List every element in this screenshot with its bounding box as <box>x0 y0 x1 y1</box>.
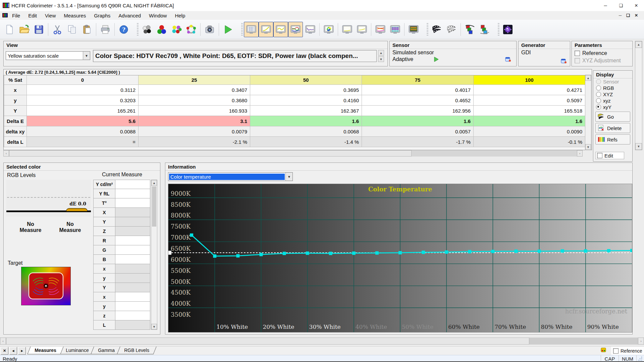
table-cell[interactable]: 5.6 <box>27 116 139 126</box>
view-color-temperature-icon[interactable] <box>303 22 318 37</box>
table-cell[interactable]: 0.0068 <box>250 126 362 137</box>
table-cell[interactable]: 0.3680 <box>139 95 250 106</box>
column-header-0[interactable]: 0 <box>27 75 139 85</box>
column-header-75[interactable]: 75 <box>362 75 474 85</box>
spinner-down-icon[interactable]: ▼ <box>378 56 384 62</box>
view-measures-table-icon[interactable] <box>244 22 259 37</box>
table-cell[interactable]: 0.0079 <box>139 126 250 137</box>
menu-item-advanced[interactable]: Advanced <box>114 12 145 19</box>
table-cell[interactable]: 1.6 <box>474 116 585 126</box>
table-cell[interactable]: 0.4017 <box>362 85 474 95</box>
main-scroll-right-icon[interactable]: › <box>638 338 644 345</box>
close-button[interactable]: ✕ <box>629 0 644 11</box>
view-near-white-icon[interactable] <box>355 22 369 37</box>
measure-grayscale-icon[interactable] <box>140 22 154 37</box>
measure-saturations-icon[interactable] <box>184 22 199 37</box>
menu-item-view[interactable]: View <box>41 12 60 19</box>
target-gamut-image[interactable] <box>21 267 71 305</box>
menu-item-window[interactable]: Window <box>145 12 171 19</box>
table-scroll-left-icon[interactable]: ‹ <box>3 150 9 157</box>
maximize-button[interactable]: ❏ <box>613 0 629 11</box>
view-rgb-levels-icon[interactable] <box>288 22 303 37</box>
save-file-icon[interactable] <box>32 22 46 37</box>
tab-close-icon[interactable]: ✕ <box>1 347 8 355</box>
print-icon[interactable] <box>98 22 113 37</box>
reference-checkbox[interactable] <box>575 51 580 56</box>
table-vertical-scrollbar[interactable]: ▲ ▼ <box>585 75 591 150</box>
mdi-close-icon[interactable]: ✕ <box>635 13 638 18</box>
scroll-up-icon[interactable]: ▲ <box>635 41 642 48</box>
table-cell[interactable]: 0.0057 <box>362 126 474 137</box>
table-cell[interactable]: 0.3112 <box>27 85 139 95</box>
hcfr-settings-icon[interactable] <box>500 22 515 37</box>
tab-measures[interactable]: Measures <box>27 347 63 354</box>
menu-item-measures[interactable]: Measures <box>60 12 90 19</box>
tab-next-icon[interactable]: ▸ <box>18 347 26 355</box>
display-radio-xyz[interactable]: xyz <box>593 98 632 104</box>
table-cell[interactable]: 165.261 <box>27 106 139 116</box>
film-rgb-1-icon[interactable] <box>463 22 477 37</box>
display-radio-rgb[interactable]: RGB <box>593 85 632 91</box>
table-cell[interactable]: 0.4160 <box>250 95 362 106</box>
main-horizontal-scrollbar[interactable]: ‹ › <box>0 338 644 345</box>
table-cell[interactable]: 0.3407 <box>139 85 250 95</box>
help-icon[interactable]: ? <box>116 22 131 37</box>
table-cell[interactable]: 3.1 <box>139 116 250 126</box>
view-near-black-icon[interactable] <box>340 22 355 37</box>
new-file-icon[interactable] <box>2 22 17 37</box>
current-measure-scrollbar[interactable]: ▲ ▼ <box>151 180 157 330</box>
reference-toggle-checkbox[interactable] <box>613 348 619 354</box>
mdi-restore-icon[interactable]: ❏ <box>626 13 630 18</box>
measure-secondaries-icon[interactable] <box>169 22 184 37</box>
sensor-config-icon[interactable] <box>505 56 512 62</box>
table-cell[interactable]: 165.518 <box>474 106 585 116</box>
menu-item-edit[interactable]: Edit <box>24 12 41 19</box>
table-cell[interactable]: 0.4652 <box>362 95 474 106</box>
table-scroll-up-icon[interactable]: ▲ <box>585 75 591 81</box>
view-free-measures-icon[interactable] <box>406 22 421 37</box>
delete-button[interactable]: Delete <box>595 123 630 133</box>
table-cell[interactable]: 0.4271 <box>474 85 585 95</box>
cm-scroll-up-icon[interactable]: ▲ <box>151 180 157 186</box>
menu-item-help[interactable]: Help <box>171 12 189 19</box>
table-cell[interactable]: = <box>27 137 139 147</box>
open-file-icon[interactable] <box>17 22 32 37</box>
column-header-100[interactable]: 100 <box>474 75 585 85</box>
measure-table[interactable]: % Sat0255075100x0.31120.34070.36950.4017… <box>4 75 585 147</box>
menu-item-graphs[interactable]: Graphs <box>90 12 114 19</box>
film-dark-icon[interactable] <box>429 22 444 37</box>
measure-primaries-icon[interactable] <box>154 22 169 37</box>
main-scroll-left-icon[interactable]: ‹ <box>0 338 6 345</box>
table-cell[interactable]: 162.367 <box>250 106 362 116</box>
table-cell[interactable]: 0.5097 <box>474 95 585 106</box>
film-light-icon[interactable] <box>444 22 459 37</box>
film-rgb-2-icon[interactable] <box>477 22 492 37</box>
tab-luminance[interactable]: Luminance <box>58 347 96 354</box>
scroll-down-icon[interactable]: ▼ <box>635 143 642 150</box>
table-scroll-right-icon[interactable]: › <box>577 150 583 157</box>
generator-config-icon[interactable] <box>560 58 567 64</box>
cm-scroll-down-icon[interactable]: ▼ <box>151 324 157 329</box>
table-cell[interactable]: 160.933 <box>139 106 250 116</box>
table-cell[interactable]: 0.0088 <box>27 126 139 137</box>
display-radio-xyy[interactable]: xyY <box>593 104 632 110</box>
minimize-button[interactable]: ─ <box>598 0 613 11</box>
view-luminance-icon[interactable] <box>259 22 273 37</box>
reference-toggle-row[interactable]: Reference <box>611 347 644 355</box>
view-cie-chart-icon[interactable] <box>321 22 336 37</box>
tab-prev-icon[interactable]: ◂ <box>9 347 17 355</box>
capture-screen-icon[interactable] <box>202 22 217 37</box>
reference-checkbox-row[interactable]: Reference <box>572 49 632 57</box>
column-header-25[interactable]: 25 <box>139 75 250 85</box>
view-gamma-icon[interactable] <box>273 22 288 37</box>
table-horizontal-scrollbar[interactable]: ‹ › <box>3 150 583 157</box>
menu-item-file[interactable]: File <box>8 12 24 19</box>
table-cell[interactable]: 0.0090 <box>474 126 585 137</box>
display-radio-xyz[interactable]: XYZ <box>593 91 632 98</box>
mdi-minimize-icon[interactable]: ─ <box>619 13 622 18</box>
table-scroll-down-icon[interactable]: ▼ <box>585 144 591 150</box>
table-cell[interactable]: -2.1 % <box>139 137 250 147</box>
refs-button[interactable]: Refs <box>595 134 630 144</box>
view-type-dropdown[interactable]: Yellow saturation scale ▼ <box>6 51 90 60</box>
edit-checkbox[interactable] <box>597 153 602 158</box>
